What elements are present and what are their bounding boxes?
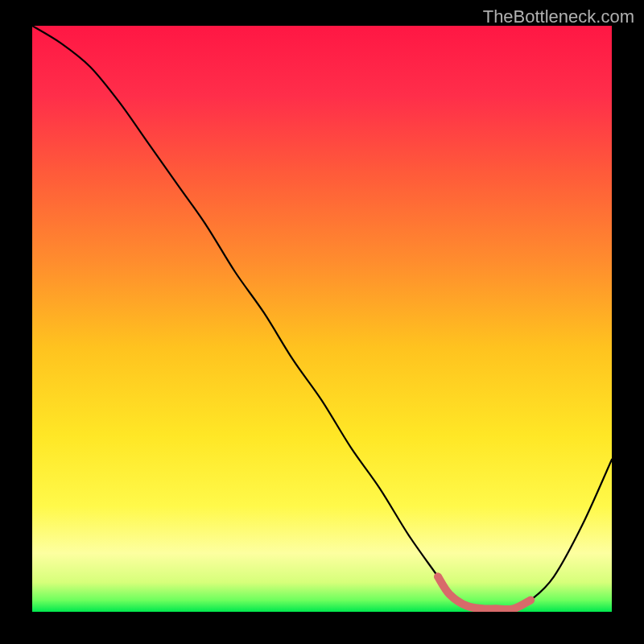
sweet-spot-highlight [438, 576, 530, 609]
curve-layer [32, 26, 612, 612]
chart-container: TheBottleneck.com [0, 0, 644, 644]
plot-area [32, 26, 612, 612]
watermark-text: TheBottleneck.com [483, 6, 634, 27]
bottleneck-curve [32, 26, 612, 609]
